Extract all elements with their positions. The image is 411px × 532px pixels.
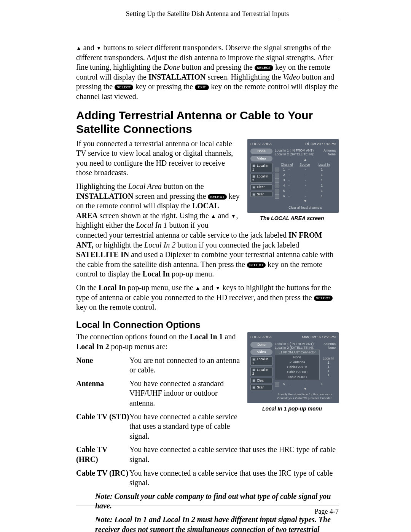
ss1-table-row: 4--1	[275, 183, 336, 189]
down-scroll-icon: ▼	[275, 199, 336, 204]
ss1-table-row: 2--1	[275, 173, 336, 178]
option-term: Antenna	[76, 379, 129, 408]
ss2-btn-clear: ▣Clear	[250, 378, 272, 383]
done-label: Done	[163, 63, 180, 71]
footer-rule	[76, 505, 339, 505]
ss2-date: Mon, Oct 16 • 2:28PM	[302, 335, 336, 340]
ss1-table-row: 6--1	[275, 194, 336, 199]
ss2-btn-scan: ▣Scan	[250, 385, 272, 390]
header-rule	[76, 20, 339, 20]
up-arrow-icon: ▲	[76, 45, 81, 52]
up-scroll-icon: ▲	[275, 158, 336, 162]
ss1-btn-done: Done	[250, 149, 272, 154]
ss2-hint: Specify the signal type for this connect…	[275, 393, 336, 400]
ss1-table-row: 1--1	[275, 167, 336, 173]
ss2-btn-localin2: ▣Local In 2	[250, 367, 272, 376]
select-key-icon: SELECT	[255, 65, 273, 71]
text: button and pressing the	[180, 63, 255, 71]
option-term: None	[76, 356, 129, 375]
local-area-screenshot: LOCAL AREA Fri, Oct 20 • 1:46PM Done Vid…	[247, 139, 339, 213]
ss2-btn-done: Done	[250, 342, 272, 348]
up-arrow-icon: ▲	[195, 285, 201, 292]
ss1-table-row: 3--1	[275, 178, 336, 183]
note-2: Note: Local In 1 and Local In 2 must hav…	[95, 515, 339, 532]
option-def: You have connected a cable service that …	[129, 412, 241, 441]
ss1-sidebar: Done Video ▣Local In 1 ▣Local In 2 ▣Clea…	[250, 149, 272, 210]
select-key-icon: SELECT	[208, 194, 226, 200]
select-key-icon: SELECT	[247, 262, 266, 268]
down-arrow-icon: ▼	[96, 45, 102, 52]
option-cable-irc: Cable TV (IRC) You have connected a cabl…	[76, 468, 339, 488]
figure1-caption: The LOCAL AREA screen	[245, 215, 339, 222]
ss1-date: Fri, Oct 20 • 1:46PM	[305, 142, 336, 147]
ss2-popup-header: L1 FROM ANT Connector	[275, 350, 319, 355]
paragraph-3: On the Local In pop-up menu, use the ▲ a…	[76, 283, 339, 312]
intro-paragraph: ▲ and ▼ buttons to select different tran…	[76, 43, 339, 102]
down-arrow-icon: ▼	[231, 213, 236, 220]
select-key-icon: SELECT	[115, 85, 133, 90]
ss1-btn-localin2: ▣Local In 2	[250, 174, 272, 183]
figure-popup: LOCAL AREA Mon, Oct 16 • 2:28PM Done Vid…	[245, 332, 339, 412]
local-in-popup-screenshot: LOCAL AREA Mon, Oct 16 • 2:28PM Done Vid…	[247, 332, 339, 403]
figure-local-area: LOCAL AREA Fri, Oct 20 • 1:46PM Done Vid…	[245, 139, 339, 222]
installation-label: INSTALLATION	[148, 73, 206, 81]
ss2-opt-antenna: Antenna	[275, 360, 319, 365]
section-heading: Adding Terrestrial Antenna or Cable to Y…	[76, 109, 339, 136]
option-def: You have connected a standard VHF/UHF in…	[129, 379, 241, 408]
ss1-table-header: Channel Source Local In	[275, 162, 336, 167]
ss2-sidebar: Done Video ▣Local In 1 ▣Local In 2 ▣Clea…	[250, 342, 272, 400]
option-term: Cable TV (HRC)	[76, 445, 129, 464]
text: screen. Highlighting the	[206, 73, 283, 81]
ss1-title: LOCAL AREA	[250, 142, 272, 147]
page-number: Page 4-7	[315, 507, 339, 516]
option-term: Cable TV (STD)	[76, 412, 129, 441]
option-def: You are not connected to an antenna or c…	[129, 356, 241, 375]
ss2-info-r2: None	[323, 346, 336, 350]
ss2-right-header: Local In	[321, 356, 336, 361]
option-term: Cable TV (IRC)	[76, 468, 129, 488]
option-def: You have connected a cable service that …	[129, 468, 339, 488]
ss2-btn-localin1: ▣Local In 1	[250, 356, 272, 366]
ss1-footer: Clear all local channels	[275, 206, 336, 210]
down-scroll-icon: ▼	[275, 387, 336, 391]
ss2-info-l2: Local In 2 (SATELLITE IN):	[275, 346, 314, 350]
subsection-heading: Local In Connection Options	[76, 319, 339, 331]
ss2-info-r1: Antenna	[323, 342, 336, 346]
ss2-btn-video: Video	[250, 349, 272, 355]
ss1-btn-video: Video	[250, 156, 272, 161]
down-arrow-icon: ▼	[215, 285, 221, 292]
running-header: Setting Up the Satellite Dish Antenna an…	[76, 10, 339, 18]
ss2-opt-none: None	[275, 355, 319, 360]
ss2-opt-irc: CableTV-IRC	[275, 375, 319, 380]
text: key or pressing the	[133, 82, 195, 91]
select-key-icon: SELECT	[314, 296, 333, 301]
ss1-info-r2: None	[323, 152, 336, 156]
ss2-opt-hrc: CableTV-HRC	[275, 370, 319, 375]
note-1: Note: Consult your cable company to find…	[95, 492, 339, 511]
figure2-caption: Local In 1 pop-up menu	[245, 406, 339, 412]
ss1-btn-scan: ▣Scan	[250, 192, 272, 197]
ss1-info-l1: Local In 1 ( IN FROM ANT):	[275, 149, 314, 152]
up-arrow-icon: ▲	[211, 213, 216, 220]
option-antenna: Antenna You have connected a standard VH…	[76, 379, 241, 408]
option-none: None You are not connected to an antenna…	[76, 356, 241, 375]
ss2-leftover-row: 5 - - 1	[275, 382, 336, 387]
option-def: You have connected a cable service that …	[129, 445, 339, 464]
option-cable-std: Cable TV (STD) You have connected a cabl…	[76, 412, 241, 441]
text: and	[81, 43, 96, 52]
ss2-info-l1: Local In 1 ( IN FROM ANT):	[275, 342, 314, 346]
page: Setting Up the Satellite Dish Antenna an…	[0, 0, 411, 532]
ss2-opt-std: CableTV-STD	[275, 365, 319, 370]
ss1-btn-localin1: ▣Local In 1	[250, 163, 272, 172]
ss1-info-r1: Antenna	[323, 149, 336, 152]
exit-key-icon: EXIT	[195, 85, 209, 90]
ss2-title: LOCAL AREA	[250, 335, 272, 340]
ss2-popup: L1 FROM ANT Connector None Antenna Cable…	[275, 350, 320, 380]
option-cable-hrc: Cable TV (HRC) You have connected a cabl…	[76, 445, 339, 464]
ss1-info-l2: Local In 2 (SATELLITE IN):	[275, 152, 314, 156]
video-label: Video	[283, 73, 300, 81]
ss1-btn-clear: ▣Clear	[250, 184, 272, 190]
ss1-table-row: 5--1	[275, 189, 336, 194]
